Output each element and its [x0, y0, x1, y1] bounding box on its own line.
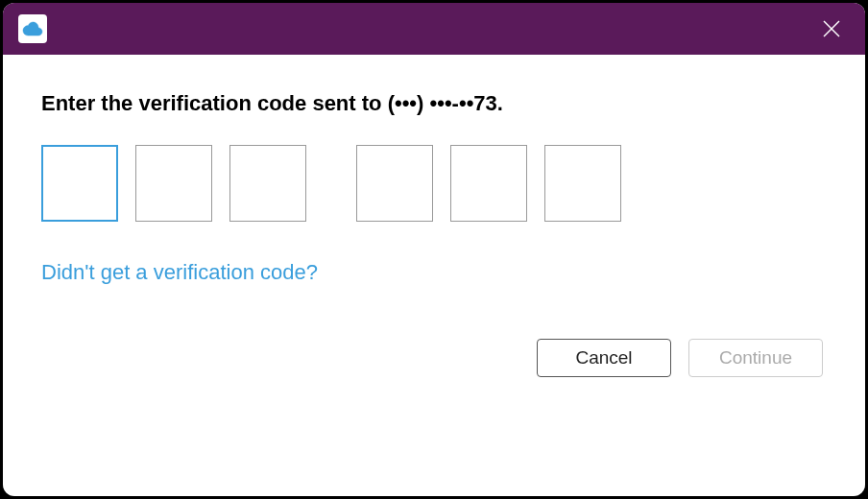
- code-input-row: [41, 145, 827, 222]
- code-digit-4[interactable]: [356, 145, 433, 222]
- app-icon: [18, 14, 47, 43]
- code-group-1: [41, 145, 306, 222]
- button-row: Cancel Continue: [41, 339, 827, 377]
- code-digit-2[interactable]: [135, 145, 212, 222]
- code-group-2: [356, 145, 621, 222]
- continue-button: Continue: [688, 339, 823, 377]
- titlebar: [3, 3, 865, 55]
- verification-dialog: Enter the verification code sent to (•••…: [3, 3, 865, 496]
- code-digit-5[interactable]: [450, 145, 527, 222]
- code-digit-6[interactable]: [544, 145, 621, 222]
- cloud-icon: [22, 21, 43, 36]
- code-digit-1[interactable]: [41, 145, 118, 222]
- dialog-content: Enter the verification code sent to (•••…: [3, 55, 865, 496]
- close-button[interactable]: [809, 7, 854, 51]
- verification-heading: Enter the verification code sent to (•••…: [41, 91, 827, 116]
- resend-code-link[interactable]: Didn't get a verification code?: [41, 260, 827, 285]
- cancel-button[interactable]: Cancel: [537, 339, 671, 377]
- close-icon: [823, 20, 840, 37]
- code-digit-3[interactable]: [229, 145, 306, 222]
